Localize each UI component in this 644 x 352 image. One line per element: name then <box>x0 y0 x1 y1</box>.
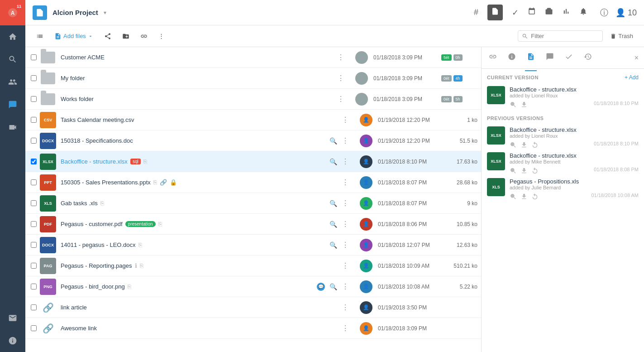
download-prev-icon-1[interactable] <box>520 141 528 149</box>
search-action-icon[interactable]: 🔍 <box>329 200 337 207</box>
nav-icon-docs[interactable] <box>487 5 503 20</box>
search-prev-icon-3[interactable] <box>510 193 517 200</box>
panel-tab-versions[interactable] <box>525 51 537 65</box>
row-checkbox[interactable] <box>29 261 38 270</box>
table-row[interactable]: PNG Pegasus - bird_door.png ⎘ 💬 🔍 ⋮ 👤 01… <box>25 276 481 297</box>
more-btn[interactable]: ⋮ <box>340 116 351 124</box>
nav-icon-hash[interactable]: # <box>474 8 478 17</box>
row-checkbox[interactable] <box>29 303 38 312</box>
nav-icon-user[interactable]: 👤 10 <box>615 8 637 18</box>
row-checkbox[interactable] <box>29 136 38 145</box>
panel-tab-check[interactable] <box>563 51 575 65</box>
sidebar-item-video[interactable] <box>0 116 25 139</box>
table-row[interactable]: 🔗 Awesome link ⋮ 👤 01/18/2018 3:09 PM <box>25 318 481 339</box>
info-icon[interactable]: ℹ <box>135 262 137 269</box>
more-btn[interactable]: ⋮ <box>335 95 346 103</box>
link-btn[interactable] <box>137 31 151 42</box>
restore-prev-icon-1[interactable] <box>531 141 539 149</box>
copy-icon[interactable]: ⎘ <box>158 221 162 227</box>
copy-icon[interactable]: ⎘ <box>143 158 147 165</box>
table-row[interactable]: PDF Pegasus - customer.pdf presentation … <box>25 214 481 235</box>
table-row[interactable]: XLS Gab tasks .xls ⎘ 🔍 ⋮ 👤 01/18/2018 8:… <box>25 193 481 214</box>
add-files-btn[interactable]: Add files <box>51 31 97 42</box>
copy-icon[interactable]: ⎘ <box>100 200 104 207</box>
row-checkbox[interactable] <box>29 53 38 62</box>
table-row[interactable]: Works folder ⋮ 01/18/2018 3:09 PM 0ét5h <box>25 89 481 110</box>
copy-icon[interactable]: ⎘ <box>138 241 142 248</box>
share-btn[interactable] <box>100 31 115 42</box>
table-row[interactable]: DOCX 14011 - pegasus - LEO.docx ⎘ 🔍 ⋮ 👤 … <box>25 235 481 256</box>
more-btn[interactable]: ⋮ <box>340 220 351 228</box>
more-btn[interactable]: ⋮ <box>340 261 351 270</box>
new-folder-btn[interactable] <box>119 31 133 42</box>
panel-tab-link[interactable] <box>487 51 499 65</box>
table-row[interactable]: 🔗 link article ⋮ 👤 01/19/2018 3:50 PM <box>25 297 481 318</box>
nav-icon-calendar[interactable] <box>528 7 536 18</box>
add-version-btn[interactable]: + Add <box>625 74 639 81</box>
row-checkbox[interactable] <box>29 199 38 208</box>
lock-icon[interactable]: 🔒 <box>170 179 177 186</box>
download-prev-icon-3[interactable] <box>520 193 528 200</box>
nav-icon-chart[interactable] <box>562 7 570 18</box>
more-btn[interactable]: ⋮ <box>340 282 351 291</box>
row-checkbox[interactable] <box>29 282 38 291</box>
restore-prev-icon-3[interactable] <box>531 193 539 200</box>
more-btn[interactable]: ⋮ <box>340 136 351 145</box>
search-action-icon[interactable]: 🔍 <box>329 137 337 145</box>
nav-icon-bell[interactable] <box>579 7 587 18</box>
search-action-icon[interactable]: 🔍 <box>329 283 337 290</box>
table-row[interactable]: XLSX Backoffice - structure.xlsx sql ⎘ 🔍… <box>25 151 481 172</box>
more-btn[interactable]: ⋮ <box>340 199 351 207</box>
table-row[interactable]: Customer ACME ⋮ 01/18/2018 3:09 PM 5ét0h <box>25 47 481 68</box>
more-btn[interactable]: ⋮ <box>340 241 351 249</box>
search-box[interactable] <box>518 30 603 42</box>
table-row[interactable]: DOCX 150318 - Specifications.doc 🔍 ⋮ 👤 0… <box>25 130 481 151</box>
table-row[interactable]: My folder ⋮ 01/18/2018 3:09 PM 0ét4h <box>25 68 481 89</box>
download-prev-icon-2[interactable] <box>520 167 528 174</box>
sidebar-item-mail[interactable] <box>0 307 25 329</box>
table-row[interactable]: CSV Tasks Calendar meeting.csv ⋮ 👤 01/19… <box>25 110 481 130</box>
more-btn[interactable]: ⋮ <box>335 74 346 82</box>
nav-icon-briefcase[interactable] <box>545 7 553 18</box>
download-version-icon[interactable] <box>520 101 528 108</box>
sidebar-item-home[interactable] <box>0 25 25 48</box>
sidebar-item-search[interactable] <box>0 48 25 71</box>
sidebar-item-info[interactable] <box>0 329 25 352</box>
search-version-icon[interactable] <box>510 101 517 108</box>
copy-icon[interactable]: ⎘ <box>140 262 143 269</box>
row-checkbox[interactable] <box>29 116 38 125</box>
copy-icon[interactable]: ⎘ <box>153 179 157 186</box>
nav-icon-check[interactable]: ✓ <box>512 8 519 18</box>
nav-icon-info[interactable]: ⓘ <box>600 7 608 18</box>
panel-close-btn[interactable]: × <box>634 54 639 62</box>
restore-prev-icon-2[interactable] <box>531 167 539 174</box>
link-icon[interactable]: 🔗 <box>160 179 167 186</box>
search-action-icon[interactable]: 🔍 <box>329 158 337 165</box>
row-checkbox[interactable] <box>29 95 38 104</box>
row-checkbox[interactable] <box>29 324 38 333</box>
more-btn[interactable]: ⋮ <box>335 53 346 62</box>
app-logo[interactable]: A 11 <box>0 0 25 25</box>
trash-btn[interactable]: Trash <box>606 31 637 41</box>
copy-icon[interactable]: ⎘ <box>128 283 131 290</box>
project-chevron[interactable]: ▾ <box>104 10 106 16</box>
search-prev-icon-2[interactable] <box>510 167 517 174</box>
more-btn[interactable]: ⋮ <box>340 178 351 187</box>
sidebar-item-messages[interactable] <box>0 93 25 116</box>
table-row[interactable]: PPT 150305 - Sales Presentations.pptx ⎘ … <box>25 172 481 193</box>
search-prev-icon-1[interactable] <box>510 141 517 149</box>
more-btn[interactable]: ⋮ <box>340 324 351 333</box>
panel-tab-history[interactable] <box>582 51 594 65</box>
table-row[interactable]: PAG Pegasus - Reporting.pages ℹ ⎘ ⋮ 👤 01… <box>25 256 481 276</box>
panel-tab-comments[interactable] <box>544 51 556 65</box>
sidebar-item-users[interactable] <box>0 71 25 93</box>
more-btn[interactable]: ⋮ <box>340 303 351 312</box>
row-checkbox[interactable] <box>29 178 38 187</box>
row-checkbox[interactable] <box>29 157 38 166</box>
row-checkbox[interactable] <box>29 74 38 83</box>
search-action-icon[interactable]: 🔍 <box>329 221 337 228</box>
row-checkbox[interactable] <box>29 220 38 229</box>
search-action-icon[interactable]: 🔍 <box>329 241 337 249</box>
filter-input[interactable] <box>531 33 599 39</box>
more-btn[interactable]: ⋮ <box>340 157 351 166</box>
